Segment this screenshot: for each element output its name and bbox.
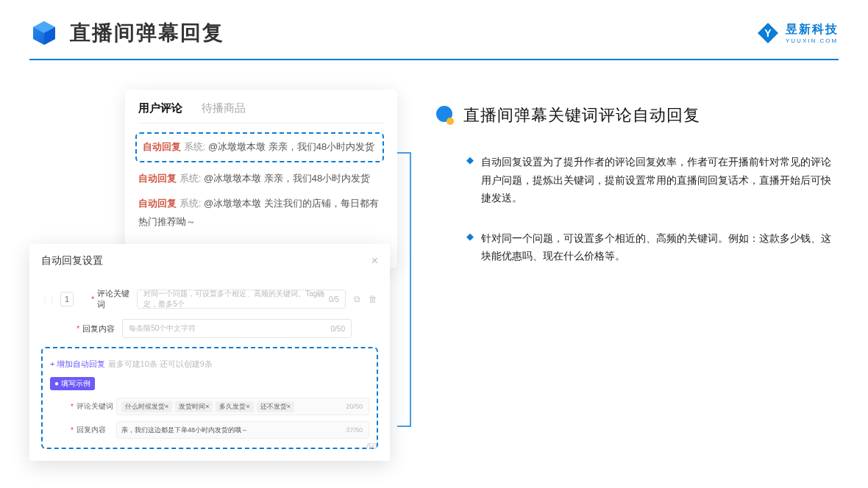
required-marker: * <box>91 295 94 304</box>
content-count: 0/50 <box>331 325 345 333</box>
close-icon[interactable]: × <box>371 254 378 268</box>
example-keyword-row: * 评论关键词 什么时候发货× 发货时间× 多久发货× 还不发货× 20/50 <box>50 398 369 415</box>
drag-handle-icon[interactable]: ⋮⋮ <box>41 295 56 304</box>
comment-highlighted: 自动回复 系统: @冰墩墩本墩 亲亲，我们48小时内发货 <box>135 132 384 162</box>
bullet-text: 针对同一个问题，可设置多个相近的、高频的关键词。例如：这款多少钱、这块能优惠吗、… <box>481 229 839 265</box>
rule-index: 1 <box>60 292 74 306</box>
content-placeholder: 每条限50个中文字符 <box>129 323 196 334</box>
keyword-placeholder: 对同一个问题，可设置多个相近、高频的关键词。Tag确定，最多5个 <box>143 289 339 309</box>
section-title: 直播间弹幕关键词评论自动回复 <box>463 104 700 126</box>
copy-icon[interactable]: ⧉ <box>352 294 362 304</box>
ex-tag: 还不发货× <box>257 401 294 412</box>
ex-keyword-label: 评论关键词 <box>77 401 116 412</box>
ex-content-text: 亲，我们这边都是下单48小时内发货的哦～ <box>121 426 248 435</box>
example-content-row: * 回复内容 亲，我们这边都是下单48小时内发货的哦～ 37/50 <box>50 421 369 439</box>
example-badge: ● 填写示例 <box>50 377 95 390</box>
ex-tag: 发货时间× <box>175 401 213 412</box>
required-marker: * <box>71 403 74 411</box>
bullet-item: ◆ 针对同一个问题，可设置多个相近的、高频的关键词。例如：这款多少钱、这块能优惠… <box>434 229 839 265</box>
svg-text:Y: Y <box>764 27 772 39</box>
logo-text-sub: YUUXIN.COM <box>786 37 839 44</box>
logo-icon: Y <box>756 21 780 45</box>
connector-line <box>397 147 419 434</box>
add-hint: 最多可建10条 还可以创建9条 <box>108 359 213 368</box>
comment-text: @冰墩墩本墩 亲亲，我们48小时内发货 <box>208 141 374 152</box>
content-input[interactable]: 每条限50个中文字符 0/50 <box>122 319 352 338</box>
bubble-icon <box>434 105 455 126</box>
diamond-icon: ◆ <box>466 154 474 207</box>
example-highlight-box: + 增加自动回复 最多可建10条 还可以创建9条 ● 填写示例 * 评论关键词 … <box>41 347 378 449</box>
brand-logo: Y 昱新科技 YUUXIN.COM <box>756 21 839 45</box>
keyword-input[interactable]: 对同一个问题，可设置多个相近、高频的关键词。Tag确定，最多5个 0/5 <box>137 290 346 309</box>
delete-icon[interactable]: 🗑 <box>368 294 378 304</box>
page-title: 直播间弹幕回复 <box>70 19 224 47</box>
add-auto-reply-link[interactable]: + 增加自动回复 最多可建10条 还可以创建9条 <box>50 359 369 370</box>
svg-point-2 <box>447 118 454 125</box>
settings-title: 自动回复设置 <box>41 254 103 268</box>
bullet-item: ◆ 自动回复设置为了提升作者的评论回复效率，作者可在开播前针对常见的评论用户问题… <box>434 153 839 207</box>
ex-content-label: 回复内容 <box>77 425 116 435</box>
system-label: 系统: <box>179 173 202 184</box>
ex-keyword-count: 20/50 <box>346 403 363 410</box>
bullet-text: 自动回复设置为了提升作者的评论回复效率，作者可在开播前针对常见的评论用户问题，提… <box>481 153 839 207</box>
keyword-row: ⋮⋮ 1 * 评论关键词 对同一个问题，可设置多个相近、高频的关键词。Tag确定… <box>41 288 378 310</box>
tab-user-comments[interactable]: 用户评论 <box>138 101 182 115</box>
system-label: 系统: <box>179 198 202 209</box>
keyword-label: 评论关键词 <box>97 288 137 310</box>
logo-text-main: 昱新科技 <box>786 22 839 37</box>
system-label: 系统: <box>184 141 206 152</box>
required-marker: * <box>71 426 74 434</box>
comment-text: @冰墩墩本墩 亲亲，我们48小时内发货 <box>204 173 370 184</box>
diamond-icon: ◆ <box>466 231 474 265</box>
auto-reply-tag: 自动回复 <box>138 198 177 209</box>
tab-pending-products[interactable]: 待播商品 <box>202 101 246 115</box>
section-header: 直播间弹幕关键词评论自动回复 <box>434 104 839 126</box>
cube-icon <box>29 18 59 48</box>
orphan-count: /50 <box>366 442 377 451</box>
chat-tabs: 用户评论 待播商品 <box>138 101 384 123</box>
comment-row: 自动回复 系统: @冰墩墩本墩 亲亲，我们48小时内发货 <box>138 170 384 188</box>
auto-reply-tag: 自动回复 <box>143 141 181 152</box>
ex-tag: 多久发货× <box>216 401 253 412</box>
required-marker: * <box>77 324 79 333</box>
ex-tag: 什么时候发货× <box>121 401 172 412</box>
content-row: * 回复内容 每条限50个中文字符 0/50 <box>41 319 378 338</box>
comment-row: 自动回复 系统: @冰墩墩本墩 关注我们的店铺，每日都有热门推荐呦～ <box>138 195 384 231</box>
ex-content-count: 37/50 <box>346 426 363 434</box>
content-label: 回复内容 <box>82 323 122 334</box>
chat-panel: 用户评论 待播商品 自动回复 系统: @冰墩墩本墩 亲亲，我们48小时内发货 自… <box>125 90 397 268</box>
ex-keyword-box: 什么时候发货× 发货时间× 多久发货× 还不发货× 20/50 <box>116 398 369 415</box>
auto-reply-tag: 自动回复 <box>138 173 177 184</box>
ex-content-box: 亲，我们这边都是下单48小时内发货的哦～ 37/50 <box>116 421 369 439</box>
auto-reply-settings-panel: 自动回复设置 × ⋮⋮ 1 * 评论关键词 对同一个问题，可设置多个相近、高频的… <box>29 244 390 461</box>
keyword-count: 0/5 <box>329 295 339 304</box>
